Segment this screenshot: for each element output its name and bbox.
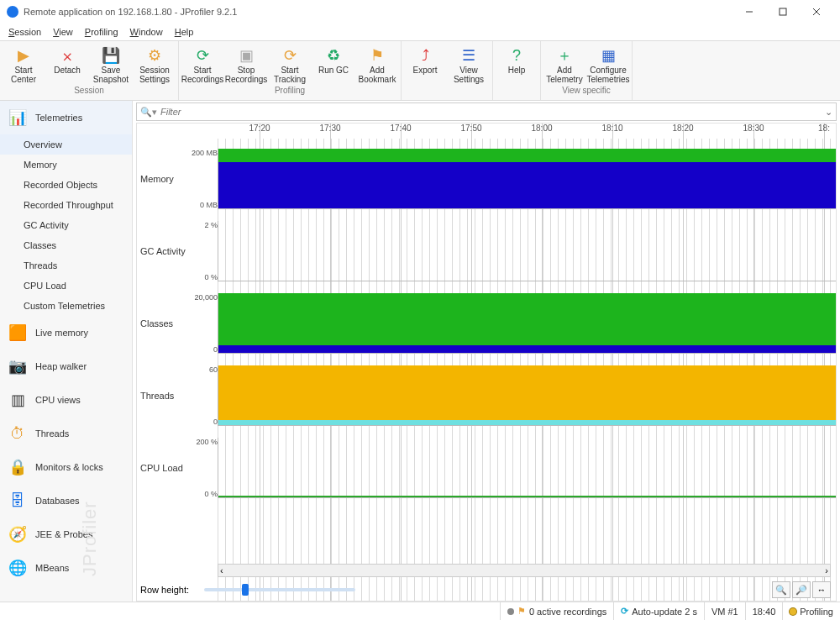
record-dot-icon (507, 608, 514, 615)
watermark: JProfiler (79, 501, 101, 576)
sidebar-live-memory[interactable]: 🟧Live memory (0, 316, 132, 349)
time-tick: 18:20 (672, 123, 693, 133)
sidebar-heap-walker[interactable]: 📷Heap walker (0, 349, 132, 383)
time-tick: 17:50 (460, 123, 481, 133)
sidebar-cpu-views[interactable]: ▥CPU views (0, 383, 132, 417)
sidebar-sub-recorded-throughput[interactable]: Recorded Throughput (0, 195, 132, 215)
session-settings-icon: ⚙ (145, 46, 164, 65)
chart-area: 17:2017:3017:4017:5018:0018:1018:2018:30… (136, 123, 837, 602)
search-icon: 🔍▾ (140, 107, 157, 118)
sidebar-sub-recorded-objects[interactable]: Recorded Objects (0, 175, 132, 195)
sidebar-sub-memory[interactable]: Memory (0, 155, 132, 175)
toolbar-view-settings[interactable]: ☰View Settings (447, 45, 491, 86)
filter-bar[interactable]: 🔍▾ ⌄ (136, 102, 837, 121)
start-center-icon: ▶ (14, 46, 33, 65)
toolbar-start-recordings[interactable]: ⟳Start Recordings (181, 45, 224, 86)
status-recordings: 0 active recordings (529, 607, 606, 617)
sidebar-sub-cpu-load[interactable]: CPU Load (0, 276, 132, 296)
svg-rect-1 (780, 8, 786, 15)
scroll-right-icon[interactable]: › (825, 565, 828, 575)
sidebar-databases[interactable]: 🗄Databases (0, 484, 132, 518)
chart-row-classes: Classes20,0000 (137, 293, 836, 354)
sidebar-jee-probes[interactable]: 🧭JEE & Probes (0, 518, 132, 551)
sidebar-threads[interactable]: ⏱Threads (0, 417, 132, 450)
toolbar-detach[interactable]: ⨉Detach (45, 45, 89, 86)
toolbar-add-bookmark[interactable]: ⚑Add Bookmark (355, 45, 399, 86)
chart-row-label: CPU Load (140, 463, 183, 473)
toolbar: ▶Start Center⨉Detach💾Save Snapshot⚙Sessi… (0, 40, 840, 101)
time-tick: 17:20 (249, 123, 270, 133)
time-tick: 18:10 (601, 123, 622, 133)
toolbar-save-snapshot[interactable]: 💾Save Snapshot (89, 45, 133, 86)
toolbar-add-telemetry[interactable]: ＋Add Telemetry (543, 45, 586, 86)
menu-help[interactable]: Help (170, 25, 199, 39)
chart-row-label: GC Activity (140, 246, 186, 256)
zoom-out-icon[interactable]: 🔎 (792, 581, 811, 598)
close-button[interactable] (800, 0, 833, 24)
time-tick: 18:30 (743, 123, 764, 133)
sidebar-icon: 🧭 (8, 525, 27, 544)
window-title: Remote application on 192.168.1.80 - JPr… (24, 7, 237, 17)
chart-plot[interactable] (218, 149, 836, 209)
add-telemetry-icon: ＋ (555, 46, 574, 65)
sidebar-icon: 🗄 (8, 491, 27, 510)
sidebar-sub-custom-telemetries[interactable]: Custom Telemetries (0, 296, 132, 316)
sidebar-sub-gc-activity[interactable]: GC Activity (0, 215, 132, 235)
export-icon: ⤴ (416, 46, 434, 65)
chart-plot[interactable] (218, 221, 836, 281)
slider-thumb[interactable] (242, 584, 249, 596)
chart-row-memory: Memory200 MB0 MB (137, 149, 836, 209)
filter-dropdown-icon[interactable]: ⌄ (825, 107, 832, 118)
toolbar-start-center[interactable]: ▶Start Center (2, 45, 45, 86)
toolbar-stop-recordings[interactable]: ▣Stop Recordings (224, 45, 268, 86)
menu-session[interactable]: Session (3, 25, 46, 39)
toolbar-help[interactable]: ?Help (495, 45, 538, 77)
chart-plot[interactable] (218, 293, 836, 354)
sidebar-sub-overview[interactable]: Overview (0, 134, 132, 155)
detach-icon: ⨉ (58, 46, 76, 65)
horizontal-scrollbar[interactable]: ‹› (218, 564, 831, 577)
minimize-button[interactable] (732, 0, 766, 24)
titlebar: Remote application on 192.168.1.80 - JPr… (0, 0, 840, 24)
menu-view[interactable]: View (48, 25, 78, 39)
fit-icon[interactable]: ↔ (812, 581, 831, 598)
flag-icon: ⚑ (517, 606, 526, 617)
sidebar-monitors-locks[interactable]: 🔒Monitors & locks (0, 450, 132, 484)
scroll-left-icon[interactable]: ‹ (220, 565, 223, 575)
menu-window[interactable]: Window (125, 25, 168, 39)
menu-profiling[interactable]: Profiling (80, 25, 123, 39)
status-indicators: ⚑ 0 active recordings (500, 602, 613, 620)
configure-telemetries-icon: ▦ (599, 46, 617, 65)
main-panel: 🔍▾ ⌄ 17:2017:3017:4017:5018:0018:1018:20… (133, 101, 840, 602)
maximize-button[interactable] (766, 0, 800, 24)
help-icon: ? (507, 46, 526, 65)
sidebar-icon: 🔒 (8, 458, 27, 476)
run gc-icon: ♻ (324, 46, 343, 65)
sidebar-sub-threads[interactable]: Threads (0, 255, 132, 276)
row-height-label: Row height: (140, 585, 189, 595)
chart-plot[interactable] (218, 438, 836, 498)
toolbar-run gc[interactable]: ♻Run GC (312, 45, 355, 86)
toolbar-export[interactable]: ⤴Export (403, 45, 447, 86)
chart-row-label: Classes (140, 318, 173, 328)
zoom-in-icon[interactable]: 🔍 (772, 581, 790, 598)
chart-row-label: Memory (140, 174, 174, 184)
filter-input[interactable] (160, 107, 822, 117)
sidebar-telemetries[interactable]: 📊Telemetries (0, 101, 132, 134)
sidebar-mbeans[interactable]: 🌐MBeans (0, 551, 132, 585)
refresh-icon: ⟳ (621, 606, 628, 617)
chart-plot[interactable] (218, 365, 836, 426)
status-autoupdate-cell[interactable]: ⟳ Auto-update 2 s (613, 602, 704, 620)
toolbar-start-tracking[interactable]: ⟳Start Tracking (268, 45, 312, 86)
status-vm: VM #1 (711, 607, 738, 617)
row-height-slider[interactable] (204, 588, 355, 591)
sidebar-icon: 🟧 (8, 323, 27, 342)
row-height-control: Row height:🔍🔎↔ (140, 581, 831, 599)
toolbar-configure-telemetries[interactable]: ▦Configure Telemetries (586, 45, 630, 86)
sidebar-icon: ▥ (8, 391, 27, 409)
time-tick: 17:30 (319, 123, 340, 133)
chart-row-cpu-load: CPU Load200 %0 % (137, 438, 836, 498)
toolbar-session-settings[interactable]: ⚙Session Settings (133, 45, 176, 86)
sidebar-sub-classes[interactable]: Classes (0, 235, 132, 255)
save-snapshot-icon: 💾 (102, 46, 120, 65)
